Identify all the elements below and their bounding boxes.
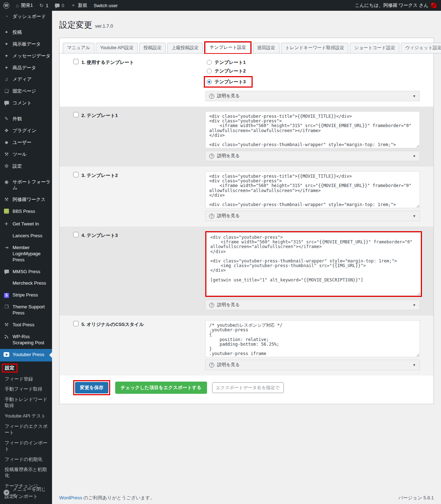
annotation-box-settings: 設定	[2, 364, 18, 373]
sidebar-item-theme-support-press[interactable]: ❒ Theme Support Press	[0, 301, 52, 319]
pin-icon: ✦	[4, 41, 9, 47]
submenu-item-feed-init[interactable]: フィードの初期化	[0, 454, 52, 465]
wordpress-link[interactable]: WordPress	[59, 495, 82, 500]
sidebar-item-label: 投稿	[13, 29, 22, 36]
sidebar-item-tool-press[interactable]: ⚒ Tool Press	[0, 319, 52, 331]
help-label: 説明を見る	[217, 93, 240, 99]
pin-icon: ✦	[4, 65, 9, 71]
sidebar-item-lancers-press[interactable]: Lancers Press	[0, 230, 52, 242]
tab-trend-keyword[interactable]: トレンドキーワード取得設定	[281, 43, 349, 53]
admin-bar: W ⌂ 開発1 ↻ 1 0 ＋ 新規 Switch user こんにちは、阿修羅…	[0, 0, 441, 11]
template3-code-textarea[interactable]: <div class="youtuber-press"> <iframe wid…	[206, 232, 421, 296]
sidebar-item-label: サポートフォーラム	[13, 179, 51, 191]
twitter-bird-icon: ✈	[4, 221, 9, 227]
collapse-menu-button[interactable]: ◄ メニューを閉じる	[0, 483, 52, 502]
submenu-item-feed-export[interactable]: フィードのエクスポート	[0, 421, 52, 438]
sidebar-item-wp-rss-scrapeing-post[interactable]: WP-Rss Scrapeing Post	[0, 331, 52, 349]
sidebar-item-mmsg-press[interactable]: MMSG Press	[0, 266, 52, 278]
sidebar-item-get-tweet-in[interactable]: ✈ Get Tweet In	[0, 218, 52, 230]
submenu-item-settings[interactable]: 設定	[0, 362, 52, 374]
css-code-textarea[interactable]: /* youtubeのレスポンシブ対応 */ .youtuber-press {…	[205, 320, 420, 357]
submenu-item-manual-feed-fetch[interactable]: 手動フィード取得	[0, 384, 52, 395]
sidebar-item-comments[interactable]: コメント	[0, 97, 52, 109]
submenu-item-feed-register[interactable]: フィード登録	[0, 374, 52, 384]
site-menu[interactable]: ⌂ 開発1	[13, 0, 36, 11]
tab-manual[interactable]: マニュアル	[63, 43, 94, 53]
help-accordion-row1[interactable]: ? 説明を見る ▼	[205, 91, 420, 101]
export-checked-button[interactable]: チェックした項目をエクスポートする	[115, 382, 207, 394]
tab-crawl[interactable]: 巡回設定	[253, 43, 280, 53]
row1-checkbox[interactable]	[73, 59, 79, 64]
sidebar-item-youtuber-press[interactable]: Youtuber Press	[0, 349, 52, 361]
sidebar-item-ashura-works[interactable]: ⚒ 阿修羅ワークス	[0, 194, 52, 206]
help-accordion-row3[interactable]: ? 説明を見る ▼	[205, 211, 420, 221]
radio-template3-selected[interactable]: テンプレート3	[205, 78, 247, 86]
sidebar-item-label: 掲示板データ	[13, 41, 41, 47]
sidebar-item-support-forum[interactable]: ◉ サポートフォーラム	[0, 176, 52, 194]
sidebar-item-product-data[interactable]: ✦ 商品データ	[0, 62, 52, 74]
sidebar-item-stripe-press[interactable]: S Stripe Press	[0, 289, 52, 301]
tab-post[interactable]: 投稿設定	[139, 43, 166, 53]
sidebar-item-dashboard[interactable]: ◔ ダッシュボード	[0, 11, 52, 23]
switch-user-menu[interactable]: Switch user	[90, 0, 121, 11]
submenu-item-feed-import[interactable]: フィードのインポート	[0, 438, 52, 454]
row-template2: 3. テンプレート2 <div class="youtuber-press-ti…	[60, 167, 433, 227]
new-content-menu[interactable]: ＋ 新規	[67, 0, 90, 11]
radio-label: テンプレート2	[215, 68, 246, 74]
sidebar-item-mercheck-press[interactable]: Mercheck Press	[0, 277, 52, 289]
submenu-item-label: 設定	[5, 365, 14, 370]
row2-checkbox[interactable]	[73, 112, 79, 117]
template1-code-textarea[interactable]: <div class="youtuber-press-title">{{MOVI…	[205, 111, 420, 148]
sidebar-item-pages[interactable]: ❏ 固定ページ	[0, 85, 52, 97]
save-button[interactable]: 変更を保存	[75, 382, 108, 393]
help-label: 説明を見る	[217, 302, 240, 308]
radio-template2[interactable]: テンプレート2	[205, 67, 422, 75]
radio-circle-icon	[207, 60, 212, 65]
help-accordion-row5[interactable]: ? 説明を見る ▼	[205, 360, 420, 370]
radio-template1[interactable]: テンプレート1	[205, 58, 422, 67]
new-label: 新規	[78, 2, 87, 9]
sidebar-item-settings[interactable]: ⚙ 設定	[0, 160, 52, 172]
submenu-item-post-history[interactable]: 投稿履歴表示と初期化	[0, 465, 52, 481]
export-data-name-input[interactable]	[212, 382, 284, 393]
help-accordion-row4[interactable]: ? 説明を見る ▼	[205, 300, 420, 310]
sidebar-item-media[interactable]: ♫ メディア	[0, 74, 52, 85]
youtube-play-icon	[4, 352, 9, 357]
help-label: 説明を見る	[217, 362, 240, 368]
sidebar-item-tools[interactable]: ⚒ ツール	[0, 149, 52, 160]
user-avatar[interactable]	[431, 3, 437, 8]
sidebar-item-member-loginmypage-press[interactable]: ⇥ Member LoginMypage Press	[0, 242, 52, 266]
sidebar-item-plugins[interactable]: ❖ プラグイン	[0, 125, 52, 137]
updates-menu[interactable]: ↻ 1	[36, 0, 52, 11]
greeting-text[interactable]: こんにちは、阿修羅 ワークス さん	[355, 2, 428, 9]
row5-checkbox[interactable]	[73, 321, 79, 326]
row3-checkbox[interactable]	[73, 172, 79, 177]
submenu-item-manual-trend-word-fetch[interactable]: 手動トレンドワード取得	[0, 395, 52, 411]
tab-template[interactable]: テンプレート設定	[205, 42, 250, 53]
row4-checkbox[interactable]	[73, 232, 79, 237]
row3-label: 3. テンプレート2	[81, 172, 118, 179]
tab-advanced-post[interactable]: 上級投稿設定	[167, 43, 203, 53]
template2-code-textarea[interactable]: <div class="youtuber-press-title">{{MOVI…	[205, 171, 420, 208]
users-icon: ☻	[4, 140, 9, 146]
radio-selected-icon	[207, 79, 212, 84]
sidebar-item-appearance[interactable]: ✎ 外観	[0, 113, 52, 125]
sidebar-item-label: BBS Press	[13, 209, 35, 215]
sidebar-item-bbs-press[interactable]: BBS Press	[0, 206, 52, 218]
sidebar-item-label: 外観	[13, 116, 22, 122]
sidebar-item-users[interactable]: ☻ ユーザー	[0, 137, 52, 149]
sidebar-item-bbs-data[interactable]: ✦ 掲示板データ	[0, 38, 52, 50]
login-door-icon: ⇥	[4, 245, 9, 251]
tab-widget[interactable]: ウィジェット設定	[401, 43, 441, 53]
comments-menu[interactable]: 0	[52, 0, 67, 11]
tab-shortcode[interactable]: ショートコード設定	[350, 43, 399, 53]
chevron-down-icon: ▼	[413, 154, 416, 158]
help-accordion-row2[interactable]: ? 説明を見る ▼	[205, 151, 420, 161]
dashboard-icon: ◔	[4, 14, 9, 20]
sidebar-item-posts[interactable]: ✦ 投稿	[0, 27, 52, 38]
tab-youtube-api[interactable]: Youtube API設定	[96, 43, 138, 53]
submenu-item-youtube-api-test[interactable]: Youtube API テスト	[0, 411, 52, 421]
submenu-item-settings-export[interactable]: 設定エクスポート	[0, 502, 52, 504]
wordpress-logo-menu[interactable]: W	[0, 0, 13, 11]
sidebar-item-message-data[interactable]: ✦ メッセージデータ	[0, 50, 52, 62]
